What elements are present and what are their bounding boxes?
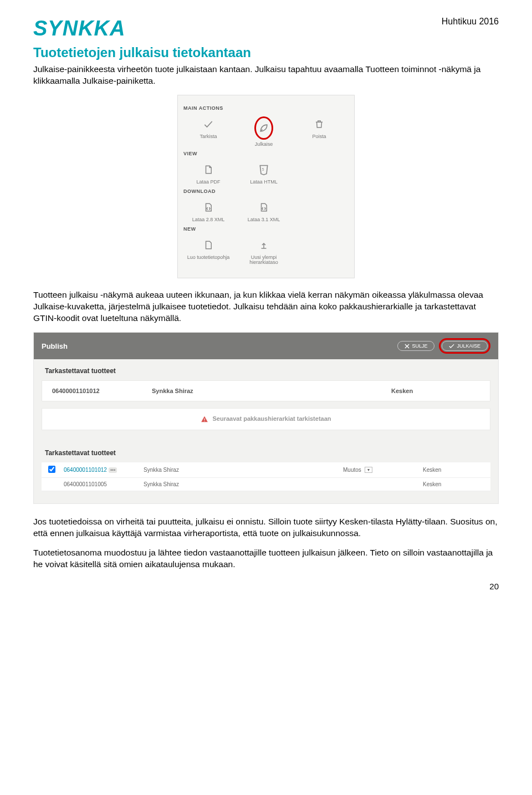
check-icon (203, 116, 214, 132)
section-heading-1: Tarkastettavat tuotteet (34, 359, 498, 380)
svg-rect-2 (204, 421, 205, 421)
brand-logo: SYNKKA (33, 17, 125, 40)
paragraph-4: Tuotetietosanoma muodostuu ja lähtee tie… (33, 547, 499, 570)
action-xml-28[interactable]: Lataa 2.8 XML (183, 200, 233, 223)
name-cell: Synkka Shiraz (144, 481, 335, 487)
action-xml-31[interactable]: Lataa 3.1 XML (239, 200, 289, 223)
page-title: Tuotetietojen julkaisu tietokantaan (33, 45, 499, 60)
status-cell: Kesken (423, 467, 484, 473)
paragraph-3: Jos tuotetiedoissa on virheitä tai puutt… (33, 516, 499, 539)
more-icon[interactable]: ••• (109, 467, 117, 473)
svg-rect-1 (204, 419, 205, 420)
publish-title: Publish (42, 342, 68, 350)
action-uusi-hierarkia[interactable]: Uusi ylempi hierarkiataso (239, 237, 289, 266)
action-tarkista[interactable]: Tarkista (183, 116, 233, 147)
pdf-icon (203, 162, 213, 177)
page-number: 20 (33, 582, 499, 591)
row-checkbox[interactable] (48, 466, 55, 473)
name-cell: Synkka Shiraz (152, 388, 375, 394)
rocket-icon (258, 120, 269, 136)
status-cell: Kesken (423, 481, 484, 487)
publish-dialog: Publish SULJE JULKAISE Tarkastettavat tu… (33, 332, 499, 504)
change-cell: Muutos▾ (343, 467, 415, 473)
action-lataa-pdf[interactable]: Lataa PDF (183, 162, 233, 185)
paragraph-1: Julkaise-painikkeesta virheetön tuote ju… (33, 64, 499, 87)
warning-icon (201, 415, 208, 423)
table-row: 06400001101012••• Synkka Shiraz Muutos▾ … (42, 462, 490, 478)
section-heading-2: Tarkastettavat tuotteet (34, 441, 498, 462)
name-cell: Synkka Shiraz (144, 467, 335, 473)
svg-text:5: 5 (262, 167, 264, 171)
action-lataa-html[interactable]: 5 Lataa HTML (239, 162, 289, 185)
close-button[interactable]: SULJE (397, 341, 434, 351)
heading-view: VIEW (183, 151, 349, 156)
file-icon (203, 237, 213, 253)
heading-download: DOWNLOAD (183, 188, 349, 194)
xml-icon (259, 200, 269, 215)
trash-icon (314, 116, 324, 132)
highlight-oval: JULKAISE (439, 338, 490, 354)
status-cell: Kesken (391, 388, 480, 394)
hierarchy-up-icon (259, 237, 269, 253)
publish-button[interactable]: JULKAISE (442, 341, 488, 351)
table-row: 06400001101005 Synkka Shiraz Kesken (42, 478, 490, 491)
highlight-circle (254, 116, 273, 140)
paragraph-2: Tuotteen julkaisu -näkymä aukeaa uuteen … (33, 289, 499, 324)
publish-titlebar: Publish SULJE JULKAISE (34, 333, 498, 359)
check-icon (449, 344, 454, 349)
product-row: 06400001101012 Synkka Shiraz Kesken (42, 380, 490, 401)
action-poista[interactable]: Poista (294, 116, 344, 147)
action-julkaise[interactable]: Julkaise (239, 116, 289, 147)
heading-new: NEW (183, 226, 349, 232)
gtin-link[interactable]: 06400001101012••• (64, 467, 136, 473)
product-table: 06400001101012••• Synkka Shiraz Muutos▾ … (34, 462, 498, 499)
heading-main-actions: MAIN ACTIONS (183, 105, 349, 111)
warning-row: Seuraavat pakkaushierarkiat tarkistetaan (42, 408, 490, 430)
close-icon (405, 344, 410, 349)
actions-panel: MAIN ACTIONS Tarkista Julkaise Poista VI… (177, 95, 355, 278)
xml-icon (203, 200, 213, 215)
action-luo-pohja[interactable]: Luo tuotetietopohja (183, 237, 233, 266)
header-date: Huhtikuu 2016 (442, 17, 499, 27)
gtin-cell: 06400001101005 (64, 481, 136, 487)
gtin-cell: 06400001101012 (52, 388, 135, 394)
html-icon: 5 (258, 162, 269, 177)
dropdown-icon[interactable]: ▾ (365, 467, 372, 473)
